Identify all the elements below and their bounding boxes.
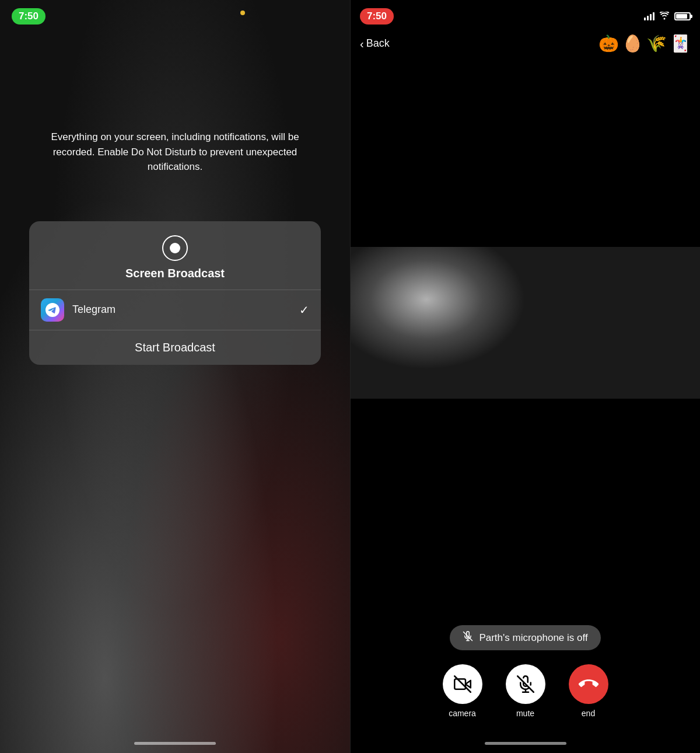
emoji-2: 🥚 [622, 34, 643, 53]
mute-control-button[interactable]: mute [506, 664, 545, 718]
left-status-bar: 7:50 [0, 0, 350, 25]
left-panel: 7:50 Everything on your screen, includin… [0, 0, 350, 753]
wifi-icon [659, 12, 670, 22]
emoji-1: 🎃 [598, 34, 619, 53]
mute-button-circle [506, 664, 545, 704]
notification-dot [240, 11, 245, 15]
mute-icon [517, 675, 534, 693]
battery-icon [674, 12, 691, 20]
emoji-3: 🌾 [646, 34, 667, 53]
end-call-label: end [582, 709, 595, 718]
back-chevron-icon: ‹ [360, 38, 364, 50]
left-background [0, 0, 350, 753]
end-call-button[interactable]: end [569, 664, 608, 718]
mic-muted-icon [463, 631, 473, 644]
camera-control-label: camera [449, 709, 476, 718]
svg-marker-2 [466, 681, 471, 688]
emoji-4: 🃏 [670, 34, 691, 53]
video-middle-area [351, 247, 700, 399]
back-label: Back [366, 37, 390, 50]
checkmark-icon: ✓ [299, 303, 309, 317]
mute-control-label: mute [516, 709, 534, 718]
left-description-text: Everything on your screen, including not… [0, 130, 350, 175]
broadcast-card-header: Screen Broadcast [29, 221, 321, 290]
telegram-svg [46, 303, 60, 317]
broadcast-card: Screen Broadcast Telegram ✓ Start Broadc… [29, 221, 321, 365]
camera-button-circle [443, 664, 482, 704]
video-bottom-area: Parth's microphone is off camera [351, 399, 700, 753]
app-row[interactable]: Telegram ✓ [29, 290, 321, 330]
telegram-app-icon [41, 298, 64, 322]
signal-icon [644, 12, 654, 20]
status-icons [644, 12, 691, 22]
broadcast-title: Screen Broadcast [125, 267, 225, 280]
signal-bar-3 [650, 14, 652, 20]
right-status-bar: 7:50 [351, 0, 700, 29]
mic-off-label: Parth's microphone is off [479, 632, 587, 644]
end-button-circle [569, 664, 608, 704]
right-panel: 7:50 ‹ Back 🎃 🥚 🌾 [350, 0, 700, 753]
camera-icon [454, 675, 471, 693]
nav-emoji-group: 🎃 🥚 🌾 🃏 [598, 34, 691, 53]
video-top-area [351, 60, 700, 247]
signal-bar-4 [653, 12, 654, 20]
video-light-effect [351, 247, 526, 369]
end-call-icon [579, 674, 598, 694]
start-broadcast-button[interactable]: Start Broadcast [29, 330, 321, 365]
app-name-label: Telegram [72, 304, 291, 316]
record-icon-inner [170, 243, 180, 253]
battery-fill [676, 14, 687, 19]
record-icon-outer [162, 235, 188, 261]
signal-bar-1 [644, 18, 646, 20]
mic-off-badge: Parth's microphone is off [450, 625, 600, 650]
right-time-badge: 7:50 [360, 8, 394, 25]
left-time-badge: 7:50 [12, 8, 46, 25]
back-button[interactable]: ‹ Back [360, 37, 390, 50]
home-indicator-left [134, 742, 216, 745]
home-indicator-right [485, 742, 566, 745]
call-controls: camera mute [443, 664, 608, 718]
signal-bar-2 [647, 16, 649, 20]
camera-control-button[interactable]: camera [443, 664, 482, 718]
right-nav-bar: ‹ Back 🎃 🥚 🌾 🃏 [351, 29, 700, 60]
